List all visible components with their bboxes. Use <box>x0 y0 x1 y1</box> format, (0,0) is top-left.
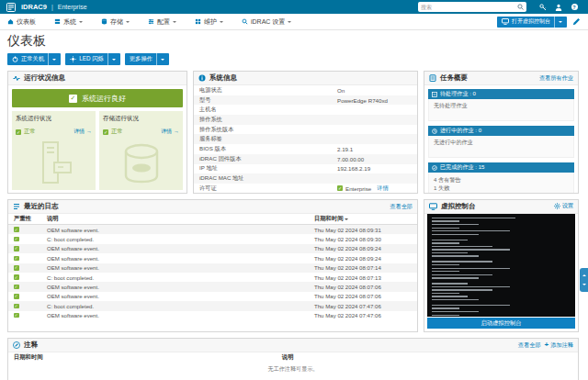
gear-icon <box>554 203 560 209</box>
ok-severity-icon: ✓ <box>14 256 19 262</box>
system-info-panel: 系统信息 电源状态On 型号PowerEdge R740xd 主机名 操作系统 … <box>193 71 418 194</box>
led-blink-label: LED 闪烁 <box>79 55 104 63</box>
server-icon <box>54 18 61 25</box>
notes-title: 注释 <box>24 341 38 350</box>
nav-label: 仪表板 <box>17 17 36 27</box>
log-row[interactable]: ✓OEM software event.Thu May 02 2024 08:0… <box>8 292 417 301</box>
notes-header-row: 日期和时间 说明 <box>8 352 578 363</box>
server-logo-icon <box>6 3 17 12</box>
system-healthy-label: 系统运行良好 <box>82 94 126 104</box>
log-row[interactable]: ✓OEM software event.Thu May 02 2024 07:4… <box>8 311 417 320</box>
datetime-column-header[interactable]: 日期和时间 <box>314 215 412 223</box>
log-row[interactable]: ✓C: boot completed.Thu May 02 2024 07:47… <box>8 301 417 310</box>
page-title: 仪表板 <box>7 33 581 50</box>
nav-label: 维护 <box>204 17 217 27</box>
open-virtual-console-label: 打开虚拟控制台 <box>512 17 550 26</box>
log-row[interactable]: ✓OEM software event.Thu May 02 2024 08:0… <box>8 225 417 234</box>
key-icon[interactable] <box>539 4 547 11</box>
note-pencil-icon <box>13 341 20 349</box>
graceful-shutdown-button[interactable]: 正常关机 <box>7 53 61 65</box>
log-row[interactable]: ✓C: boot completed.Thu May 02 2024 08:09… <box>8 234 417 243</box>
masthead: iDRAC9 | Enterprise ? <box>0 0 588 14</box>
chevron-down-icon <box>288 21 291 25</box>
search-icon[interactable] <box>517 4 524 10</box>
view-all-jobs-link[interactable]: 查看所有作业 <box>539 74 573 83</box>
system-healthy-banner: ✓ 系统运行良好 <box>12 89 183 107</box>
shutdown-dropdown[interactable] <box>48 53 56 65</box>
running-jobs-icon <box>432 129 437 134</box>
storage-health-details-link[interactable]: 详情 → <box>161 128 179 136</box>
search-input[interactable] <box>421 5 517 10</box>
description-column-header[interactable]: 说明 <box>47 215 314 223</box>
info-row: 操作系统 <box>194 115 417 125</box>
console-preview[interactable] <box>427 214 575 317</box>
more-actions-button[interactable]: 更多操作 <box>125 53 169 65</box>
health-panel-title: 运行状况信息 <box>24 73 65 83</box>
nav-item-storage[interactable]: 存储 <box>101 17 130 27</box>
license-edition-label: Enterprise <box>58 4 87 10</box>
chevron-down-icon <box>220 21 223 25</box>
view-all-notes-link[interactable]: 查看全部 <box>518 341 541 350</box>
edit-dashboard-icon[interactable] <box>572 17 581 26</box>
nav-item-idrac-settings[interactable]: iDRAC 设置 <box>242 17 291 27</box>
completed-jobs-icon <box>432 165 437 171</box>
led-blink-button[interactable]: LED 闪烁 <box>65 53 120 65</box>
brand-separator: | <box>51 4 53 10</box>
masthead-icons: ? <box>539 4 578 11</box>
running-jobs-section: 进行中的作业 : 0 无进行中的作业 <box>428 126 574 158</box>
ok-severity-icon: ✓ <box>14 246 19 251</box>
severity-column-header[interactable]: 严重性 <box>14 215 47 223</box>
more-actions-label: 更多操作 <box>130 55 153 63</box>
open-virtual-console-button[interactable]: 打开虚拟控制台 <box>497 17 567 28</box>
scroll-up-icon[interactable] <box>582 273 586 276</box>
user-icon[interactable] <box>555 4 562 11</box>
scroll-widget[interactable] <box>580 268 588 292</box>
log-row[interactable]: ✓OEM software event.Thu May 02 2024 08:0… <box>8 253 417 263</box>
info-row: 服务标签 <box>194 134 417 144</box>
pending-jobs-body: 无待处理作业 <box>428 99 574 121</box>
plus-icon: + <box>545 342 549 348</box>
view-all-logs-link[interactable]: 查看全部 <box>390 203 413 211</box>
system-health-details-link[interactable]: 详情 → <box>74 128 92 136</box>
system-health-title: 系统运行状况 <box>16 115 92 123</box>
scroll-down-icon[interactable] <box>582 284 586 287</box>
info-row: 操作系统版本 <box>194 125 417 135</box>
info-row: iDRAC MAC 地址 <box>194 173 417 184</box>
log-row[interactable]: ✓C: boot completed.Thu May 02 2024 08:07… <box>8 273 417 282</box>
running-jobs-body: 无进行中的作业 <box>428 136 574 158</box>
log-row[interactable]: ✓OEM software event.Thu May 02 2024 08:0… <box>8 282 417 291</box>
completed-jobs-header: 已完成的作业 : 15 <box>440 163 484 172</box>
idrac-logo <box>6 3 17 12</box>
info-icon <box>198 74 206 82</box>
add-note-link[interactable]: + 添加注释 <box>545 341 573 350</box>
help-icon[interactable]: ? <box>571 4 578 11</box>
log-row[interactable]: ✓OEM software event.Thu May 02 2024 08:0… <box>8 263 417 273</box>
console-settings-link[interactable]: 设置 <box>554 202 573 210</box>
note-description-column: 说明 <box>282 353 572 362</box>
info-row: 型号PowerEdge R740xd <box>194 95 417 106</box>
graceful-shutdown-label: 正常关机 <box>21 55 44 63</box>
server-tower-icon <box>30 139 78 186</box>
sort-descending-icon <box>345 218 348 222</box>
nav-item-system[interactable]: 系统 <box>54 17 83 27</box>
led-dropdown[interactable] <box>107 53 116 65</box>
pending-jobs-section: 待处理作业 : 0 无待处理作业 <box>428 89 574 121</box>
health-panel: 运行状况信息 ✓ 系统运行良好 系统运行状况 ✓ 正常 详情 → <box>7 71 187 194</box>
ok-severity-icon: ✓ <box>14 265 19 271</box>
console-button-dropdown[interactable] <box>554 17 562 28</box>
nav-item-dashboard[interactable]: 仪表板 <box>7 17 36 27</box>
nav-item-maintenance[interactable]: 维护 <box>195 17 223 27</box>
search-box[interactable] <box>418 2 526 12</box>
virtual-console-icon <box>429 203 437 210</box>
page-actions: 正常关机 LED 闪烁 更多操作 <box>0 50 588 71</box>
launch-virtual-console-button[interactable]: 启动虚拟控制台 <box>427 318 575 329</box>
log-row[interactable]: ✓OEM software event.Thu May 02 2024 08:0… <box>8 244 417 253</box>
logs-header-row: 严重性 说明 日期和时间 <box>8 214 417 225</box>
health-icon <box>13 74 20 82</box>
config-icon <box>148 18 154 25</box>
more-actions-dropdown[interactable] <box>156 53 164 65</box>
license-details-link[interactable]: 详情 <box>377 184 388 193</box>
ok-status-icon: ✓ <box>103 129 108 135</box>
nav-label: 存储 <box>110 17 123 27</box>
nav-item-configuration[interactable]: 配置 <box>148 17 176 27</box>
